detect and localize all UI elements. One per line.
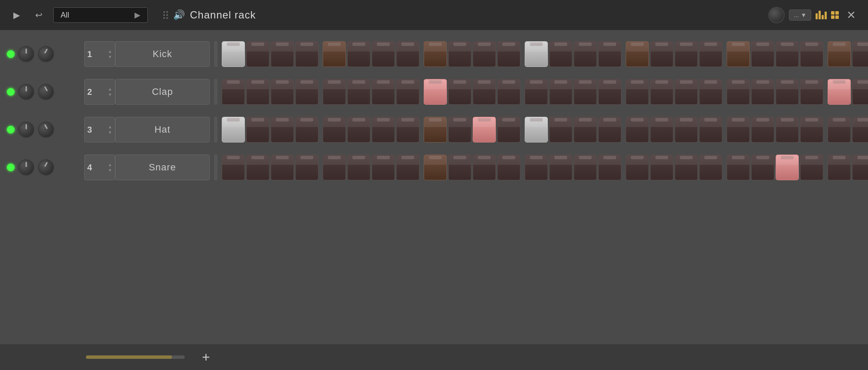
step-btn-3-10[interactable] bbox=[473, 117, 496, 143]
step-btn-4-0[interactable] bbox=[222, 155, 245, 180]
add-channel-button[interactable]: + bbox=[202, 349, 210, 365]
step-btn-1-19[interactable] bbox=[699, 41, 722, 67]
step-btn-2-10[interactable] bbox=[473, 79, 496, 105]
drag-handle[interactable] bbox=[163, 11, 168, 19]
step-btn-4-2[interactable] bbox=[271, 155, 294, 180]
step-btn-4-25[interactable] bbox=[852, 155, 868, 180]
step-btn-3-21[interactable] bbox=[751, 117, 774, 143]
step-btn-4-1[interactable] bbox=[246, 155, 269, 180]
step-btn-1-15[interactable] bbox=[598, 41, 621, 67]
step-btn-2-20[interactable] bbox=[727, 79, 750, 105]
master-knob[interactable] bbox=[768, 7, 785, 23]
step-btn-3-4[interactable] bbox=[323, 117, 346, 143]
step-btn-4-17[interactable] bbox=[650, 155, 673, 180]
step-btn-2-23[interactable] bbox=[800, 79, 823, 105]
step-btn-1-9[interactable] bbox=[448, 41, 471, 67]
step-btn-3-16[interactable] bbox=[626, 117, 649, 143]
bars-icon[interactable] bbox=[816, 11, 827, 19]
step-btn-3-2[interactable] bbox=[271, 117, 294, 143]
step-btn-1-8[interactable] bbox=[424, 41, 447, 67]
step-btn-1-18[interactable] bbox=[675, 41, 698, 67]
pattern-selector[interactable]: All ▶ bbox=[53, 7, 148, 23]
step-btn-1-24[interactable] bbox=[828, 41, 851, 67]
step-btn-2-9[interactable] bbox=[448, 79, 471, 105]
step-btn-1-23[interactable] bbox=[800, 41, 823, 67]
step-btn-2-2[interactable] bbox=[271, 79, 294, 105]
step-btn-1-1[interactable] bbox=[246, 41, 269, 67]
step-btn-3-8[interactable] bbox=[424, 117, 447, 143]
step-btn-2-16[interactable] bbox=[626, 79, 649, 105]
channel-num-3[interactable]: 3▲▼ bbox=[84, 117, 115, 143]
step-btn-3-17[interactable] bbox=[650, 117, 673, 143]
step-btn-4-4[interactable] bbox=[323, 155, 346, 180]
scrollbar-track[interactable] bbox=[86, 355, 185, 359]
step-btn-3-20[interactable] bbox=[727, 117, 750, 143]
step-btn-4-5[interactable] bbox=[347, 155, 370, 180]
step-btn-4-6[interactable] bbox=[372, 155, 395, 180]
step-btn-4-7[interactable] bbox=[396, 155, 419, 180]
step-btn-4-18[interactable] bbox=[675, 155, 698, 180]
volume-knob-4[interactable] bbox=[18, 159, 34, 176]
step-btn-4-13[interactable] bbox=[549, 155, 572, 180]
menu-button[interactable]: ... ▼ bbox=[789, 9, 811, 21]
step-btn-3-15[interactable] bbox=[598, 117, 621, 143]
step-btn-2-3[interactable] bbox=[295, 79, 318, 105]
step-btn-4-12[interactable] bbox=[525, 155, 548, 180]
step-btn-2-5[interactable] bbox=[347, 79, 370, 105]
step-btn-4-20[interactable] bbox=[727, 155, 750, 180]
play-button[interactable]: ▶ bbox=[9, 7, 24, 23]
volume-knob-1[interactable] bbox=[18, 46, 34, 62]
step-btn-1-4[interactable] bbox=[323, 41, 346, 67]
channel-num-1[interactable]: 1▲▼ bbox=[84, 41, 115, 67]
step-btn-4-23[interactable] bbox=[800, 155, 823, 180]
step-btn-4-21[interactable] bbox=[751, 155, 774, 180]
step-btn-3-11[interactable] bbox=[497, 117, 520, 143]
step-btn-1-11[interactable] bbox=[497, 41, 520, 67]
step-btn-2-12[interactable] bbox=[525, 79, 548, 105]
step-btn-1-7[interactable] bbox=[396, 41, 419, 67]
step-btn-2-11[interactable] bbox=[497, 79, 520, 105]
step-btn-4-16[interactable] bbox=[626, 155, 649, 180]
step-btn-3-9[interactable] bbox=[448, 117, 471, 143]
step-btn-2-25[interactable] bbox=[852, 79, 868, 105]
pan-knob-3[interactable] bbox=[38, 121, 54, 138]
step-btn-3-25[interactable] bbox=[852, 117, 868, 143]
step-btn-2-1[interactable] bbox=[246, 79, 269, 105]
step-btn-1-6[interactable] bbox=[372, 41, 395, 67]
step-btn-2-18[interactable] bbox=[675, 79, 698, 105]
pan-knob-2[interactable] bbox=[38, 84, 54, 100]
step-btn-3-23[interactable] bbox=[800, 117, 823, 143]
volume-knob-2[interactable] bbox=[18, 84, 34, 100]
step-btn-2-4[interactable] bbox=[323, 79, 346, 105]
step-btn-2-6[interactable] bbox=[372, 79, 395, 105]
step-btn-1-10[interactable] bbox=[473, 41, 496, 67]
channel-num-2[interactable]: 2▲▼ bbox=[84, 79, 115, 105]
step-btn-3-3[interactable] bbox=[295, 117, 318, 143]
step-btn-3-24[interactable] bbox=[828, 117, 851, 143]
step-btn-4-10[interactable] bbox=[473, 155, 496, 180]
step-btn-2-15[interactable] bbox=[598, 79, 621, 105]
step-btn-3-18[interactable] bbox=[675, 117, 698, 143]
close-button[interactable]: ✕ bbox=[843, 7, 859, 24]
channel-name-btn-4[interactable]: Snare bbox=[115, 155, 210, 180]
step-btn-4-11[interactable] bbox=[497, 155, 520, 180]
step-btn-1-13[interactable] bbox=[549, 41, 572, 67]
led-4[interactable] bbox=[7, 164, 15, 171]
step-btn-3-22[interactable] bbox=[776, 117, 799, 143]
undo-button[interactable]: ↩ bbox=[31, 7, 46, 23]
channel-num-4[interactable]: 4▲▼ bbox=[84, 155, 115, 180]
step-btn-3-7[interactable] bbox=[396, 117, 419, 143]
step-btn-3-0[interactable] bbox=[222, 117, 245, 143]
led-3[interactable] bbox=[7, 126, 15, 133]
step-btn-1-0[interactable] bbox=[222, 41, 245, 67]
step-btn-1-14[interactable] bbox=[574, 41, 597, 67]
step-btn-2-8[interactable] bbox=[424, 79, 447, 105]
step-btn-1-16[interactable] bbox=[626, 41, 649, 67]
channel-name-btn-1[interactable]: Kick bbox=[115, 41, 210, 67]
channel-name-btn-3[interactable]: Hat bbox=[115, 117, 210, 143]
pan-knob-4[interactable] bbox=[38, 159, 54, 176]
step-btn-3-19[interactable] bbox=[699, 117, 722, 143]
step-btn-2-7[interactable] bbox=[396, 79, 419, 105]
step-btn-1-5[interactable] bbox=[347, 41, 370, 67]
step-btn-4-19[interactable] bbox=[699, 155, 722, 180]
